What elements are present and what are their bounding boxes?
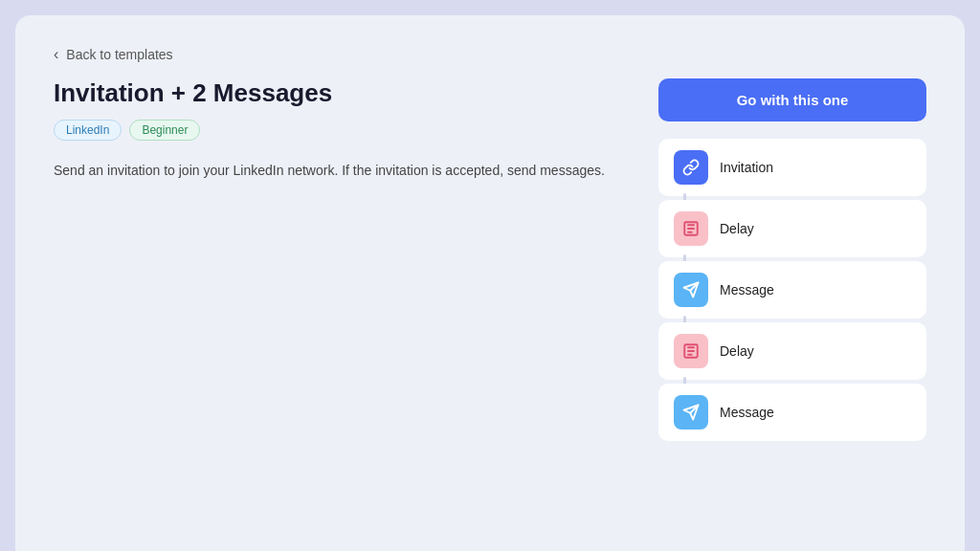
right-panel: Go with this one Invitation [658,78,926,536]
delay-icon-1 [674,211,708,246]
step-label-invitation: Invitation [720,160,773,175]
message-icon-2 [674,395,708,430]
main-content: Invitation + 2 Messages LinkedIn Beginne… [54,78,926,536]
step-item-invitation: Invitation [658,139,926,196]
tag-beginner: Beginner [129,120,200,141]
step-label-message-2: Message [720,405,774,420]
tag-linkedin: LinkedIn [54,120,122,141]
left-panel: Invitation + 2 Messages LinkedIn Beginne… [54,78,628,536]
invitation-icon [674,150,708,185]
chevron-left-icon: ‹ [54,46,58,63]
step-label-message-1: Message [720,282,774,298]
delay-icon-2 [674,334,708,368]
tags-container: LinkedIn Beginner [54,120,628,141]
step-item-message-1: Message [658,261,926,319]
message-icon-1 [674,273,708,307]
back-to-templates-link[interactable]: ‹ Back to templates [54,46,173,63]
description-text: Send an invitation to join your LinkedIn… [54,160,628,181]
page-title: Invitation + 2 Messages [54,78,628,108]
main-container: ‹ Back to templates Invitation + 2 Messa… [15,15,965,551]
steps-list: Invitation Delay [658,139,926,445]
back-link-label: Back to templates [66,47,172,62]
go-with-this-one-button[interactable]: Go with this one [658,78,926,121]
step-label-delay-1: Delay [720,221,754,236]
step-item-delay-2: Delay [658,322,926,380]
step-label-delay-2: Delay [720,343,754,359]
step-item-delay-1: Delay [658,200,926,257]
step-item-message-2: Message [658,384,926,441]
